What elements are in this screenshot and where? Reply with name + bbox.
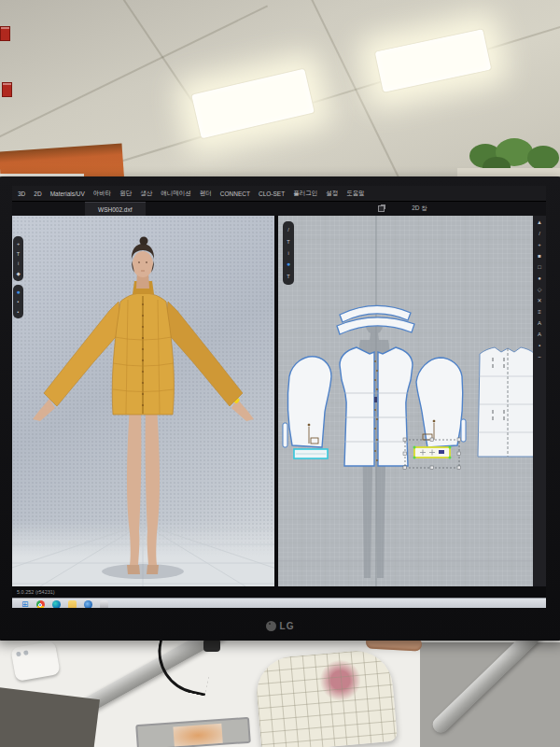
texture-tool-icon[interactable]: ▪: [539, 343, 540, 349]
windows-taskbar: ⊞: [12, 598, 546, 608]
gizmo-icon[interactable]: +: [17, 241, 20, 247]
start-button-icon[interactable]: ⊞: [21, 600, 29, 608]
info-icon[interactable]: i: [18, 261, 19, 266]
avatar-3d-render[interactable]: [12, 216, 274, 586]
pin-icon[interactable]: ◆: [16, 271, 20, 276]
pattern-canvas[interactable]: [278, 216, 533, 586]
menu-animation[interactable]: 애니메이션: [161, 190, 191, 198]
circle-tool-icon[interactable]: ●: [538, 275, 541, 282]
cursor-tool-icon[interactable]: ▲: [537, 219, 542, 226]
photo-of-workstation: 3D 2D Materials/UV 아바타 원단 생산 애니메이션 렌더 CO…: [0, 0, 560, 747]
2d-right-toolbar: ▲ / + ■ □ ● ◇ ✕ ≡ A A ▪ ~: [533, 216, 546, 586]
cable: [150, 633, 216, 696]
dart-tool-icon[interactable]: ◇: [538, 287, 542, 293]
edge-icon[interactable]: [52, 600, 61, 608]
pinned-app-icon[interactable]: [100, 600, 108, 608]
layer-icon[interactable]: ▪: [18, 309, 20, 315]
white-phone: [10, 641, 61, 682]
menu-plugin[interactable]: 플러그인: [293, 190, 317, 198]
shirt-icon[interactable]: T: [287, 239, 289, 245]
3d-toolbar-upper: + T i ◆: [13, 236, 23, 281]
shirt-alt-icon[interactable]: T: [287, 274, 289, 279]
left-sleeve-piece[interactable]: [287, 357, 331, 447]
menu-production[interactable]: 생산: [140, 190, 152, 198]
measure-tool-icon[interactable]: ~: [538, 354, 541, 360]
avatar-head: [132, 237, 154, 289]
info-icon[interactable]: i: [287, 250, 288, 256]
clo3d-application: 3D 2D Materials/UV 아바타 원단 생산 애니메이션 렌더 CO…: [12, 186, 546, 608]
brush-blue-icon[interactable]: ●: [287, 261, 290, 267]
chrome-icon[interactable]: [36, 600, 45, 608]
avatar-shadow: [102, 564, 184, 579]
tab-bar: WSH002.dxf 2D 창: [12, 202, 546, 216]
red-wall-sign: [0, 26, 10, 41]
ceiling-light: [190, 67, 315, 139]
garment-icon[interactable]: T: [17, 251, 20, 257]
add-point-icon[interactable]: +: [538, 242, 541, 248]
text-tool-icon[interactable]: A: [538, 320, 541, 327]
file-explorer-icon[interactable]: [68, 600, 77, 608]
status-bar: 5.0.252 (r54231): [12, 586, 546, 598]
desk: [0, 624, 560, 747]
back-panel-piece[interactable]: [478, 347, 533, 457]
version-text: 5.0.252 (r54231): [17, 589, 55, 595]
menu-connect[interactable]: CONNECT: [220, 190, 250, 197]
menu-settings[interactable]: 설정: [326, 190, 338, 198]
notch-tool-icon[interactable]: ✕: [537, 298, 541, 304]
desk-shadow: [0, 686, 100, 747]
menu-help[interactable]: 도움말: [346, 190, 365, 198]
viewport-3d[interactable]: + T i ◆ ● ▪ ▪: [12, 216, 274, 586]
rect-tool-icon[interactable]: □: [538, 264, 541, 271]
lg-monitor: 3D 2D Materials/UV 아바타 원단 생산 애니메이션 렌더 CO…: [0, 176, 560, 641]
3d-toolbar-lower: ● ▪ ▪: [13, 285, 23, 318]
2d-floating-toolbar: / T i ● T: [283, 221, 294, 285]
seam-tool-icon[interactable]: ≡: [538, 309, 541, 316]
2d-window-title: 2D 창: [292, 204, 546, 213]
ceiling-seam: [307, 0, 403, 185]
workspace: + T i ◆ ● ▪ ▪: [12, 216, 546, 586]
ceiling: [0, 0, 560, 187]
cuff-strip-piece[interactable]: [294, 449, 328, 458]
mode-icon[interactable]: ▪: [18, 299, 20, 304]
edit-pattern-icon[interactable]: /: [539, 231, 540, 237]
grading-tool-icon[interactable]: A: [538, 331, 541, 338]
monitor-bezel: LG: [0, 618, 560, 633]
red-wall-sign: [2, 82, 12, 97]
menu-fabric[interactable]: 원단: [119, 190, 132, 198]
avatar-legs: [127, 407, 160, 574]
menu-render[interactable]: 렌더: [200, 190, 212, 198]
menu-clo-set[interactable]: CLO-SET: [259, 190, 285, 197]
menu-3d[interactable]: 3D: [18, 190, 25, 197]
menu-2d[interactable]: 2D: [34, 190, 41, 197]
menu-bar: 3D 2D Materials/UV 아바타 원단 생산 애니메이션 렌더 CO…: [12, 186, 546, 202]
lg-logo-text: LG: [280, 621, 295, 631]
ceiling-seam: [111, 0, 196, 106]
polygon-tool-icon[interactable]: ■: [538, 253, 541, 260]
menu-materials-uv[interactable]: Materials/UV: [50, 190, 85, 197]
clo-app-icon[interactable]: [84, 600, 92, 608]
ceiling-light: [374, 28, 493, 93]
sync-icon[interactable]: ●: [16, 289, 20, 295]
lg-logo-icon: [266, 621, 276, 631]
yellow-jacket[interactable]: [44, 281, 243, 415]
viewport-2d[interactable]: / T i ● T ▲ / + ■ □ ● ◇: [278, 216, 546, 586]
menu-avatar[interactable]: 아바타: [93, 190, 112, 198]
document-tab[interactable]: WSH002.dxf: [85, 202, 146, 216]
device-on-desk: [135, 717, 251, 747]
3d-printed-lattice: [254, 648, 398, 747]
pen-line-icon[interactable]: /: [287, 227, 289, 233]
